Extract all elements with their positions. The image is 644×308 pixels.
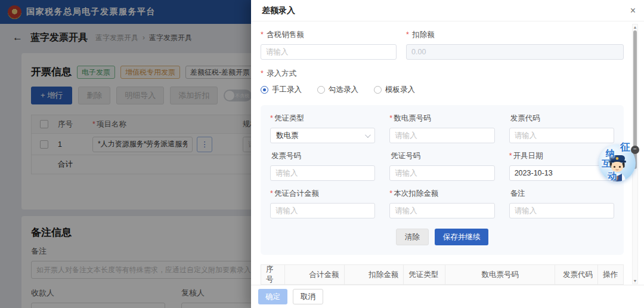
digital-invoice-no-input[interactable] — [389, 128, 494, 143]
radio-label: 模板录入 — [385, 85, 415, 95]
modal-title: 差额录入 — [262, 5, 295, 16]
radio-label: 手工录入 — [272, 85, 302, 95]
col-deduction-amount: 扣除金额 — [345, 265, 404, 284]
voucher-type-value: 数电票 — [276, 131, 299, 141]
current-deduction-input[interactable] — [389, 203, 494, 218]
note-input[interactable] — [509, 203, 614, 218]
radio-label: 勾选录入 — [329, 85, 358, 95]
current-deduction-label: 本次扣除金额 — [394, 189, 438, 198]
col-index: 序号 — [261, 265, 285, 284]
assistant-char-dong: 动 — [608, 171, 617, 182]
required-asterisk: * — [389, 189, 392, 198]
deduction-amount-label: 扣除额 — [412, 30, 435, 39]
required-asterisk: * — [270, 114, 273, 122]
voucher-total-amount-label: 凭证合计金额 — [274, 189, 319, 198]
modal-header: 差额录入 × — [251, 0, 644, 21]
voucher-total-amount-input[interactable] — [270, 203, 375, 218]
digital-invoice-no-label: 数电票号码 — [394, 114, 431, 122]
required-asterisk: * — [509, 152, 512, 160]
sales-amount-label: 含税销售额 — [267, 30, 304, 39]
voucher-number-input[interactable] — [389, 165, 494, 181]
required-asterisk: * — [261, 69, 264, 78]
modal-body: * 含税销售额 * 扣除额 * 录入方式 手工录入 — [251, 21, 632, 285]
required-asterisk: * — [406, 30, 409, 39]
radio-manual-entry[interactable]: 手工录入 — [261, 85, 302, 95]
assistant-collapse-button[interactable]: − — [631, 146, 639, 154]
assistant-char-zheng: 征 — [620, 140, 630, 154]
required-asterisk: * — [270, 189, 273, 198]
voucher-type-select[interactable]: 数电票 — [270, 128, 375, 143]
voucher-table-header: 序号 合计金额 扣除金额 凭证类型 数电票号码 发票代码 操作 — [261, 265, 623, 284]
close-icon[interactable]: × — [630, 6, 636, 16]
radio-template-entry[interactable]: 模板录入 — [374, 85, 415, 95]
modal-backdrop[interactable] — [0, 0, 251, 308]
col-digital-invoice-no: 数电票号码 — [445, 265, 555, 284]
modal-footer: 确定 取消 — [251, 285, 644, 308]
confirm-button[interactable]: 确定 — [258, 289, 287, 304]
voucher-list-table: 序号 合计金额 扣除金额 凭证类型 数电票号码 发票代码 操作 — [261, 264, 624, 285]
entry-mode-label: 录入方式 — [267, 69, 296, 78]
invoice-number-input[interactable] — [270, 165, 375, 181]
radio-icon — [374, 86, 382, 94]
col-total-amount: 合计金额 — [285, 265, 345, 284]
deduction-amount-input — [406, 44, 624, 60]
radio-icon — [261, 86, 268, 94]
col-invoice-code: 发票代码 — [555, 265, 598, 284]
voucher-type-label: 凭证类型 — [274, 114, 304, 122]
required-asterisk: * — [261, 30, 264, 39]
clear-button[interactable]: 清除 — [396, 229, 429, 245]
radio-icon — [317, 86, 325, 94]
voucher-form-card: *凭证类型 数电票 *数电票号码 发票代码 发票号码 — [261, 105, 624, 255]
sales-amount-input[interactable] — [261, 44, 397, 60]
required-asterisk: * — [389, 114, 392, 122]
save-and-continue-button[interactable]: 保存并继续 — [435, 229, 489, 245]
col-actions: 操作 — [598, 265, 623, 284]
radio-check-entry[interactable]: 勾选录入 — [317, 85, 358, 95]
invoice-code-input[interactable] — [509, 128, 614, 143]
entry-mode-group: * 录入方式 手工录入 勾选录入 模板录入 — [261, 69, 624, 95]
scroll-down-icon[interactable]: ▼ — [633, 279, 637, 283]
note-label: 备注 — [510, 189, 525, 198]
assistant-char-hu: 互 — [602, 158, 611, 170]
difference-entry-modal: 差额录入 × * 含税销售额 * 扣除额 * 录入方式 — [251, 0, 644, 308]
voucher-number-label: 凭证号码 — [391, 152, 420, 160]
col-voucher-type: 凭证类型 — [404, 265, 445, 284]
scroll-up-icon[interactable]: ▲ — [633, 25, 637, 29]
cancel-button[interactable]: 取消 — [293, 289, 323, 304]
issue-date-label: 开具日期 — [513, 152, 543, 160]
invoice-number-label: 发票号码 — [271, 152, 301, 160]
chevron-down-icon — [365, 132, 371, 138]
invoice-code-label: 发票代码 — [510, 114, 540, 122]
